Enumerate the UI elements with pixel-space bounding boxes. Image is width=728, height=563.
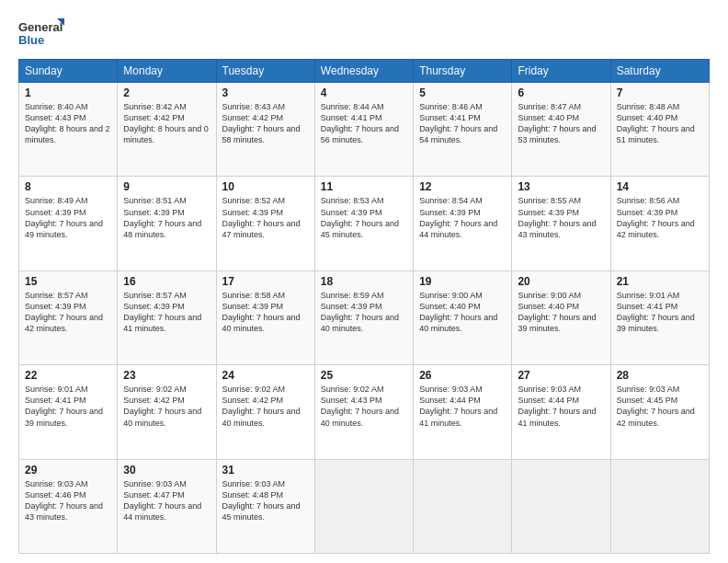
day-number: 31 [222,464,309,477]
day-number: 16 [123,275,210,288]
header-friday: Friday [512,60,610,83]
day-info: Sunrise: 8:43 AM Sunset: 4:42 PM Dayligh… [222,101,309,146]
day-info: Sunrise: 9:02 AM Sunset: 4:43 PM Dayligh… [321,384,407,429]
day-number: 30 [123,464,210,477]
day-number: 12 [419,180,506,193]
day-cell: 27 Sunrise: 9:03 AM Sunset: 4:44 PM Dayl… [512,365,610,459]
week-row-3: 15 Sunrise: 8:57 AM Sunset: 4:39 PM Dayl… [19,270,710,364]
day-number: 5 [419,86,506,99]
day-info: Sunrise: 9:00 AM Sunset: 4:40 PM Dayligh… [419,290,506,335]
day-info: Sunrise: 9:01 AM Sunset: 4:41 PM Dayligh… [617,290,703,335]
header-thursday: Thursday [414,60,512,83]
day-number: 23 [123,369,210,382]
day-cell: 25 Sunrise: 9:02 AM Sunset: 4:43 PM Dayl… [314,365,413,459]
day-number: 24 [222,369,309,382]
day-number: 22 [25,369,111,382]
svg-text:Blue: Blue [18,33,44,47]
day-number: 14 [617,180,703,193]
day-number: 21 [617,275,703,288]
day-cell: 5 Sunrise: 8:46 AM Sunset: 4:41 PM Dayli… [414,83,512,177]
week-row-5: 29 Sunrise: 9:03 AM Sunset: 4:46 PM Dayl… [19,459,710,553]
day-cell: 13 Sunrise: 8:55 AM Sunset: 4:39 PM Dayl… [512,177,610,270]
day-number: 4 [321,86,407,99]
week-row-2: 8 Sunrise: 8:49 AM Sunset: 4:39 PM Dayli… [19,177,710,270]
day-number: 20 [518,275,604,288]
day-cell [610,459,709,553]
day-cell: 9 Sunrise: 8:51 AM Sunset: 4:39 PM Dayli… [118,177,216,270]
day-info: Sunrise: 8:52 AM Sunset: 4:39 PM Dayligh… [222,195,309,240]
day-number: 17 [222,275,309,288]
day-cell: 26 Sunrise: 9:03 AM Sunset: 4:44 PM Dayl… [414,365,512,459]
day-info: Sunrise: 8:56 AM Sunset: 4:39 PM Dayligh… [617,195,703,240]
day-cell: 23 Sunrise: 9:02 AM Sunset: 4:42 PM Dayl… [118,365,216,459]
day-info: Sunrise: 8:57 AM Sunset: 4:39 PM Dayligh… [25,290,111,335]
day-cell: 2 Sunrise: 8:42 AM Sunset: 4:42 PM Dayli… [118,83,216,177]
day-number: 28 [617,369,703,382]
day-cell: 10 Sunrise: 8:52 AM Sunset: 4:39 PM Dayl… [216,177,314,270]
day-info: Sunrise: 9:03 AM Sunset: 4:47 PM Dayligh… [123,478,210,523]
day-cell: 19 Sunrise: 9:00 AM Sunset: 4:40 PM Dayl… [414,270,512,364]
day-cell [414,459,512,553]
day-number: 27 [518,369,604,382]
day-info: Sunrise: 8:49 AM Sunset: 4:39 PM Dayligh… [25,195,111,240]
day-cell: 29 Sunrise: 9:03 AM Sunset: 4:46 PM Dayl… [19,459,118,553]
day-cell: 8 Sunrise: 8:49 AM Sunset: 4:39 PM Dayli… [19,177,118,270]
day-cell: 28 Sunrise: 9:03 AM Sunset: 4:45 PM Dayl… [610,365,709,459]
day-info: Sunrise: 8:51 AM Sunset: 4:39 PM Dayligh… [123,195,210,240]
day-number: 2 [123,86,210,99]
day-cell: 12 Sunrise: 8:54 AM Sunset: 4:39 PM Dayl… [414,177,512,270]
day-info: Sunrise: 9:03 AM Sunset: 4:44 PM Dayligh… [518,384,604,429]
day-info: Sunrise: 9:01 AM Sunset: 4:41 PM Dayligh… [25,384,111,429]
day-info: Sunrise: 9:02 AM Sunset: 4:42 PM Dayligh… [222,384,309,429]
day-info: Sunrise: 9:03 AM Sunset: 4:46 PM Dayligh… [25,478,111,523]
day-number: 6 [518,86,604,99]
day-info: Sunrise: 8:59 AM Sunset: 4:39 PM Dayligh… [321,290,407,335]
day-cell: 4 Sunrise: 8:44 AM Sunset: 4:41 PM Dayli… [314,83,413,177]
day-number: 26 [419,369,506,382]
header-tuesday: Tuesday [216,60,314,83]
day-cell: 3 Sunrise: 8:43 AM Sunset: 4:42 PM Dayli… [216,83,314,177]
day-number: 19 [419,275,506,288]
day-info: Sunrise: 8:44 AM Sunset: 4:41 PM Dayligh… [321,101,407,146]
day-cell: 14 Sunrise: 8:56 AM Sunset: 4:39 PM Dayl… [610,177,709,270]
header-sunday: Sunday [19,60,118,83]
day-cell: 11 Sunrise: 8:53 AM Sunset: 4:39 PM Dayl… [314,177,413,270]
day-cell: 16 Sunrise: 8:57 AM Sunset: 4:39 PM Dayl… [118,270,216,364]
logo-svg: General Blue [18,17,64,50]
day-cell: 17 Sunrise: 8:58 AM Sunset: 4:39 PM Dayl… [216,270,314,364]
calendar-header-row: SundayMondayTuesdayWednesdayThursdayFrid… [19,60,710,83]
top-section: General Blue [18,17,710,50]
calendar-table: SundayMondayTuesdayWednesdayThursdayFrid… [18,59,710,554]
week-row-1: 1 Sunrise: 8:40 AM Sunset: 4:43 PM Dayli… [19,83,710,177]
day-number: 13 [518,180,604,193]
header-wednesday: Wednesday [314,60,413,83]
day-cell: 30 Sunrise: 9:03 AM Sunset: 4:47 PM Dayl… [118,459,216,553]
day-number: 8 [25,180,111,193]
week-row-4: 22 Sunrise: 9:01 AM Sunset: 4:41 PM Dayl… [19,365,710,459]
day-info: Sunrise: 9:03 AM Sunset: 4:45 PM Dayligh… [617,384,703,429]
day-cell: 22 Sunrise: 9:01 AM Sunset: 4:41 PM Dayl… [19,365,118,459]
day-info: Sunrise: 8:42 AM Sunset: 4:42 PM Dayligh… [123,101,210,146]
day-info: Sunrise: 8:58 AM Sunset: 4:39 PM Dayligh… [222,290,309,335]
day-number: 11 [321,180,407,193]
day-number: 1 [25,86,111,99]
day-cell: 15 Sunrise: 8:57 AM Sunset: 4:39 PM Dayl… [19,270,118,364]
day-cell: 24 Sunrise: 9:02 AM Sunset: 4:42 PM Dayl… [216,365,314,459]
day-cell [512,459,610,553]
svg-text:General: General [18,20,63,34]
header-monday: Monday [118,60,216,83]
page: General Blue SundayMondayTuesdayWednesda… [0,0,728,563]
day-number: 15 [25,275,111,288]
day-info: Sunrise: 9:03 AM Sunset: 4:48 PM Dayligh… [222,478,309,523]
day-info: Sunrise: 9:00 AM Sunset: 4:40 PM Dayligh… [518,290,604,335]
day-cell: 18 Sunrise: 8:59 AM Sunset: 4:39 PM Dayl… [314,270,413,364]
day-cell: 6 Sunrise: 8:47 AM Sunset: 4:40 PM Dayli… [512,83,610,177]
day-cell: 7 Sunrise: 8:48 AM Sunset: 4:40 PM Dayli… [610,83,709,177]
day-number: 7 [617,86,703,99]
day-info: Sunrise: 9:03 AM Sunset: 4:44 PM Dayligh… [419,384,506,429]
day-info: Sunrise: 8:53 AM Sunset: 4:39 PM Dayligh… [321,195,407,240]
day-info: Sunrise: 9:02 AM Sunset: 4:42 PM Dayligh… [123,384,210,429]
day-cell: 20 Sunrise: 9:00 AM Sunset: 4:40 PM Dayl… [512,270,610,364]
day-number: 18 [321,275,407,288]
day-cell [314,459,413,553]
